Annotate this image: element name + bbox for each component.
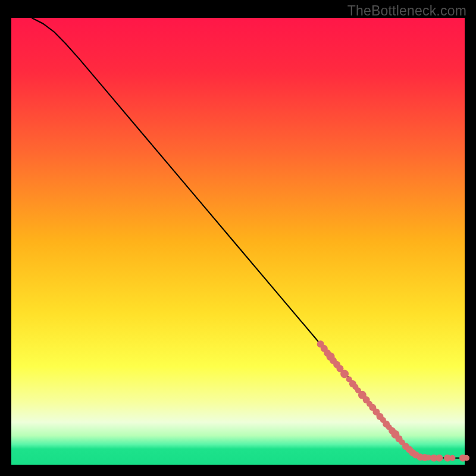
chart-plot-area [11, 18, 465, 465]
chart-svg [0, 0, 476, 476]
chart-stage: TheBottleneck.com [0, 0, 476, 476]
data-point [464, 455, 469, 461]
data-point [449, 455, 455, 461]
watermark-label: TheBottleneck.com [347, 3, 466, 19]
data-point [436, 455, 443, 462]
